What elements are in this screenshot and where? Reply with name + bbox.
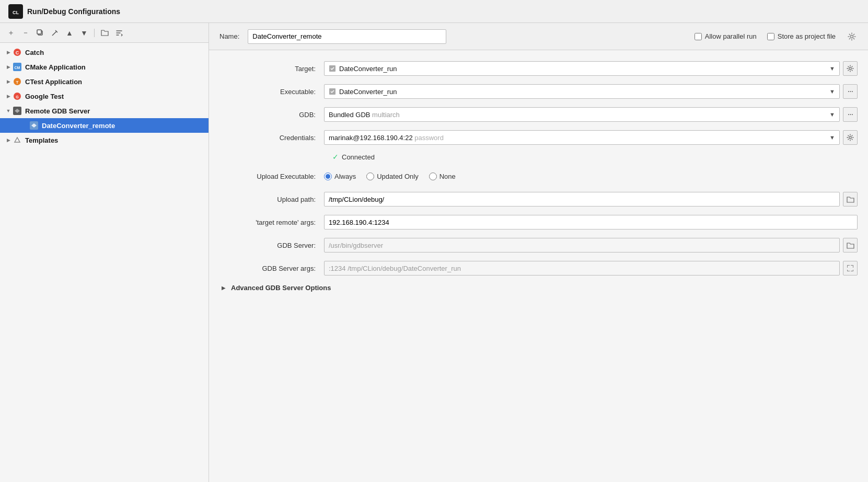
allow-parallel-checkbox[interactable] (695, 33, 702, 40)
radio-always-label: Always (334, 173, 356, 180)
sort-button[interactable] (113, 27, 125, 39)
gtest-icon: G (13, 91, 22, 101)
right-panel: Name: Allow parallel run Store as projec… (209, 23, 868, 482)
target-row: Target: DateConverter_run ▼ (219, 61, 858, 76)
target-remote-control (324, 215, 858, 229)
gdb-label: GDB: (219, 111, 324, 119)
target-remote-label: 'target remote' args: (219, 219, 324, 226)
target-dropdown-wrapper: DateConverter_run ▼ (324, 61, 840, 76)
upload-radio-group: Always Updated Only None (324, 173, 456, 180)
svg-point-16 (849, 67, 851, 70)
target-settings-button[interactable] (843, 61, 858, 76)
tree-item-remotegdb-label: Remote GDB Server (25, 107, 90, 115)
gdb-dropdown[interactable]: Bundled GDB multiarch ▼ (324, 107, 840, 122)
tree-item-templates-label: Templates (25, 136, 58, 144)
move-down-button[interactable]: ▼ (78, 27, 90, 39)
store-project-checkbox[interactable] (767, 33, 774, 40)
radio-always[interactable]: Always (324, 173, 356, 180)
add-button[interactable]: ＋ (5, 27, 17, 39)
toolbar-separator (94, 29, 95, 37)
target-label: Target: (219, 65, 324, 73)
target-remote-row: 'target remote' args: (219, 214, 858, 230)
target-dropdown[interactable]: DateConverter_run ▼ (324, 61, 840, 76)
gdb-server-input[interactable] (324, 238, 840, 253)
tree-item-ctest-label: CTest Application (25, 78, 82, 86)
name-input[interactable] (248, 29, 446, 44)
config-tree: ▶ C Catch ▶ CM (0, 43, 209, 482)
gdb-dropdown-wrapper: Bundled GDB multiarch ▼ (324, 107, 840, 122)
executable-row: Executable: DateConverter_run ▼ (219, 84, 858, 99)
catch-icon: C (13, 48, 22, 57)
credentials-caret-icon: ▼ (829, 134, 835, 141)
tree-item-cmake-label: CMake Application (25, 63, 86, 71)
chevron-icon: ▶ (4, 48, 13, 56)
gdb-control: Bundled GDB multiarch ▼ ··· (324, 107, 858, 122)
wrench-button[interactable] (49, 27, 61, 39)
credentials-row: Credentials: marinak@192.168.190.4:22 pa… (219, 130, 858, 145)
credentials-value: marinak@192.168.190.4:22 password (329, 134, 829, 142)
gdb-more-button[interactable]: ··· (843, 107, 858, 122)
tree-item-googletest[interactable]: ▶ G Google Test (0, 89, 209, 104)
connected-row: ✓ Connected (219, 153, 858, 161)
gdb-server-label: GDB Server: (219, 242, 324, 249)
target-remote-input[interactable] (324, 215, 858, 229)
copy-button[interactable] (34, 27, 46, 39)
target-value: DateConverter_run (339, 65, 829, 73)
title-bar: CL Run/Debug Configurations (0, 0, 868, 23)
credentials-dropdown[interactable]: marinak@192.168.190.4:22 password ▼ (324, 130, 840, 145)
remote-gdb-icon (13, 106, 22, 116)
tree-item-catch[interactable]: ▶ C Catch (0, 45, 209, 60)
credentials-settings-button[interactable] (843, 130, 858, 145)
upload-path-control (324, 192, 858, 206)
radio-always-input[interactable] (324, 173, 332, 180)
advanced-chevron-icon: ▶ (219, 283, 228, 292)
chevron-icon: ▼ (4, 107, 13, 115)
gdb-server-args-row: GDB Server args: (219, 260, 858, 276)
gdb-server-folder-button[interactable] (843, 238, 858, 253)
upload-path-input[interactable] (324, 192, 840, 206)
tree-item-catch-label: Catch (25, 49, 44, 56)
remove-button[interactable]: － (20, 27, 31, 39)
store-project-group: Store as project file (767, 32, 836, 40)
main-content: ＋ － ▲ ▼ (0, 23, 868, 482)
radio-updated-only[interactable]: Updated Only (366, 173, 419, 180)
radio-updated-only-input[interactable] (366, 173, 374, 180)
left-panel: ＋ － ▲ ▼ (0, 23, 209, 482)
executable-control: DateConverter_run ▼ ··· (324, 84, 858, 99)
store-project-gear-button[interactable] (846, 31, 858, 42)
cmake-icon: CM (13, 62, 22, 72)
tree-item-remotegdb[interactable]: ▼ Remote GDB Server (0, 104, 209, 118)
radio-updated-only-label: Updated Only (377, 173, 419, 180)
folder-button[interactable] (99, 27, 110, 39)
upload-path-folder-button[interactable] (843, 192, 858, 206)
gdb-server-args-expand-button[interactable] (843, 261, 858, 276)
dateconverter-icon (29, 121, 39, 130)
radio-none[interactable]: None (429, 173, 456, 180)
upload-executable-label: Upload Executable: (219, 173, 324, 180)
gdb-server-args-control (324, 261, 858, 276)
tree-item-ctest[interactable]: ▶ T CTest Application (0, 74, 209, 89)
radio-none-input[interactable] (429, 173, 437, 180)
svg-text:T: T (16, 80, 19, 85)
tree-item-dateconverter[interactable]: DateConverter_remote (0, 118, 209, 133)
executable-value: DateConverter_run (339, 88, 829, 96)
move-up-button[interactable]: ▲ (64, 27, 75, 39)
tree-item-cmake[interactable]: ▶ CM CMake Application (0, 60, 209, 74)
tree-item-templates[interactable]: ▶ Templates (0, 133, 209, 147)
gdb-server-args-label: GDB Server args: (219, 265, 324, 272)
executable-caret-icon: ▼ (829, 88, 835, 95)
upload-executable-row: Upload Executable: Always Updated Only (219, 168, 858, 184)
executable-more-button[interactable]: ··· (843, 84, 858, 99)
svg-text:CM: CM (15, 66, 20, 70)
tree-item-gtest-label: Google Test (25, 93, 64, 100)
credentials-control: marinak@192.168.190.4:22 password ▼ (324, 130, 858, 145)
gdb-caret-icon: ▼ (829, 111, 835, 118)
tree-item-dateconverter-label: DateConverter_remote (42, 122, 115, 130)
chevron-icon: ▶ (4, 63, 13, 71)
executable-dropdown[interactable]: DateConverter_run ▼ (324, 84, 840, 99)
svg-point-14 (851, 35, 853, 38)
advanced-options-row[interactable]: ▶ Advanced GDB Server Options (219, 283, 858, 292)
gdb-server-args-input[interactable] (324, 261, 840, 276)
right-header: Name: Allow parallel run Store as projec… (209, 23, 868, 50)
gdb-value: Bundled GDB multiarch (329, 111, 829, 119)
